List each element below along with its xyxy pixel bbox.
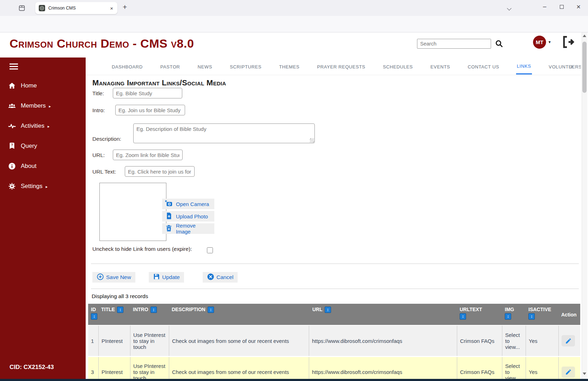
sidebar-item-about[interactable]: About: [0, 158, 86, 174]
sidebar-item-home[interactable]: Home: [0, 78, 86, 93]
upload-photo-button[interactable]: Upload Photo: [162, 211, 214, 222]
cell-id: 1: [88, 326, 98, 356]
tab-scriptures[interactable]: SCRIPTURES: [229, 59, 262, 74]
sort-icon[interactable]: ↕: [460, 313, 466, 320]
sidebar: Home Members ▸ Activities ▸ ? Query: [0, 58, 86, 379]
sort-icon[interactable]: ↕: [151, 307, 157, 313]
window-minimize-button[interactable]: –: [537, 0, 553, 13]
open-camera-button[interactable]: Open Camera: [162, 199, 214, 209]
records-summary: Displaying all 3 records: [92, 293, 148, 300]
save-new-label: Save New: [106, 274, 131, 280]
tab-close-icon[interactable]: ×: [109, 5, 114, 11]
sort-icon[interactable]: ↕: [91, 313, 97, 320]
submenu-caret-icon: ▸: [45, 185, 48, 189]
save-disk-icon: [153, 273, 160, 282]
textarea-resize-grip[interactable]: [310, 138, 314, 143]
cell-intro: Use PInterest to stay in touch: [130, 357, 169, 381]
sidebar-toggle-icon[interactable]: [10, 64, 18, 69]
cell-urltext: Crimson FAQs: [457, 357, 502, 381]
tab-schedules[interactable]: SCHEDULES: [382, 59, 414, 74]
cell-url: https://www.dibrosoft.com/crimsonfaqs: [309, 357, 457, 381]
logout-icon[interactable]: [560, 34, 575, 51]
sort-icon[interactable]: ↕: [325, 307, 331, 313]
column-header-action: Action: [558, 304, 580, 325]
divider: [91, 289, 579, 289]
tab-events[interactable]: EVENTS: [430, 59, 451, 74]
sidebar-item-label: Activities: [21, 122, 44, 129]
column-header-description: DESCRIPTION↕: [169, 304, 309, 325]
column-header-title: TITLE↕: [98, 304, 130, 325]
new-tab-button[interactable]: +: [123, 3, 127, 11]
url-label: URL:: [92, 152, 105, 158]
update-button[interactable]: Update: [149, 272, 184, 283]
cid-label: CID: CX2152-43: [10, 364, 54, 371]
cell-action: [558, 326, 580, 356]
sort-icon[interactable]: ↕: [528, 313, 535, 320]
sidebar-item-activities[interactable]: Activities ▸: [0, 118, 86, 134]
cell-title: PInterest: [98, 326, 130, 356]
scroll-up-arrow[interactable]: [583, 35, 586, 37]
browser-window: Crimson CMS × + – × ← → www.dibroapps.co…: [0, 0, 588, 381]
open-camera-label: Open Camera: [176, 201, 209, 207]
window-maximize-button[interactable]: [553, 0, 570, 13]
sort-icon[interactable]: ↕: [117, 307, 123, 313]
table-header-row: ID↕ TITLE↕ INTRO↕ DESCRIPTION↕ URL↕ URLT…: [88, 304, 580, 325]
cell-id: 3: [88, 357, 98, 381]
activities-icon: [8, 122, 16, 130]
column-header-intro: INTRO↕: [130, 304, 169, 325]
url-input[interactable]: [113, 150, 183, 160]
cell-urltext: Crimson FAQs: [457, 326, 502, 356]
submenu-caret-icon: ▸: [49, 104, 51, 109]
more-tabs-chevron-icon[interactable]: ›: [570, 62, 573, 70]
cell-url: https://www.dibrosoft.com/crimsonfaqs: [309, 326, 457, 356]
sort-icon[interactable]: ↕: [208, 307, 214, 313]
cancel-circle-icon: [207, 273, 214, 282]
sidebar-item-query[interactable]: ? Query: [0, 138, 86, 154]
tab-volunteers[interactable]: VOLUNTEERS: [548, 59, 581, 74]
tab-news[interactable]: NEWS: [197, 59, 213, 74]
urltext-input[interactable]: [125, 166, 195, 177]
tab-pastor[interactable]: PASTOR: [160, 59, 181, 74]
window-close-button[interactable]: ×: [570, 0, 587, 13]
camera-icon: [165, 200, 173, 208]
home-icon: [8, 81, 16, 90]
remove-image-button[interactable]: Remove Image: [162, 223, 214, 234]
search-icon[interactable]: [495, 40, 503, 49]
cell-intro: Use PInterest to stay in touch: [130, 326, 169, 356]
cell-description: Check out images from some of our recent…: [169, 357, 309, 381]
sidebar-item-members[interactable]: Members ▸: [0, 98, 86, 114]
save-new-button[interactable]: Save New: [92, 272, 135, 283]
cancel-button[interactable]: Cancel: [203, 272, 238, 283]
scrollbar-thumb[interactable]: [582, 42, 587, 93]
tab-prayer-requests[interactable]: PRAYER REQUESTS: [317, 59, 366, 74]
main-nav: DASHBOARD PASTOR NEWS SCRIPTURES THEMES …: [86, 58, 581, 75]
remove-image-label: Remove Image: [176, 223, 212, 235]
edit-button[interactable]: [562, 367, 575, 378]
browser-toolbar: ← → www.dibroapps.com/crimson/product/ou…: [0, 16, 588, 32]
table-row: 3 PInterest Use PInterest to stay in tou…: [88, 356, 580, 381]
description-input[interactable]: [133, 123, 315, 143]
table-row: 1 PInterest Use PInterest to stay in tou…: [88, 325, 580, 356]
tab-contact-us[interactable]: CONTACT US: [467, 59, 500, 74]
tab-links[interactable]: LINKS: [516, 58, 532, 74]
edit-button[interactable]: [562, 335, 575, 346]
cell-img[interactable]: Select to view...: [502, 357, 526, 381]
update-label: Update: [162, 274, 180, 280]
title-input[interactable]: [113, 88, 182, 98]
search-input[interactable]: [417, 39, 491, 49]
intro-input[interactable]: [115, 105, 185, 115]
sidebar-item-settings[interactable]: Settings ▸: [0, 179, 86, 194]
cell-img[interactable]: Select to view...: [502, 326, 526, 356]
firefox-view-icon[interactable]: [17, 3, 27, 13]
tab-list-chevron-icon[interactable]: [508, 5, 511, 11]
window-bottom-edge: [0, 379, 588, 381]
browser-tab[interactable]: Crimson CMS ×: [35, 2, 117, 14]
cell-title: PInterest: [98, 357, 130, 381]
tab-themes[interactable]: THEMES: [278, 59, 300, 74]
sort-icon[interactable]: ↕: [505, 313, 511, 320]
avatar[interactable]: MT: [533, 36, 546, 49]
expire-checkbox[interactable]: [207, 247, 213, 253]
tab-dashboard[interactable]: DASHBOARD: [111, 59, 143, 74]
avatar-caret-icon[interactable]: ▾: [549, 40, 551, 44]
scroll-down-arrow[interactable]: [583, 373, 586, 375]
